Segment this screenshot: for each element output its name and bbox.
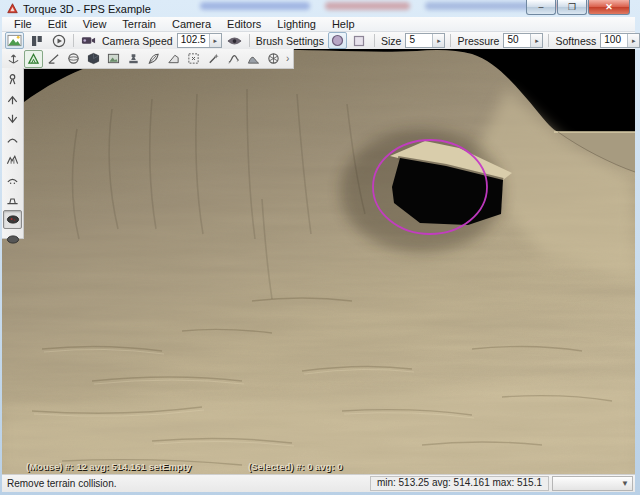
world-editor-button[interactable] [5,32,24,49]
terrain-icon [27,52,40,65]
terrain-editor-button[interactable] [24,50,43,68]
height-stats: min: 513.25 avg: 514.161 max: 515.1 [370,476,549,491]
wheel-tool-button[interactable] [264,50,283,68]
softness-label: Softness [554,35,597,47]
grab-terrain-button[interactable] [3,70,22,89]
object-editor-button[interactable] [4,50,23,68]
menu-editors[interactable]: Editors [219,17,269,31]
set-empty-button[interactable] [3,210,22,229]
lower-height-button[interactable] [3,110,22,129]
particle-editor-button[interactable] [144,50,163,68]
maximize-button[interactable]: ❐ [557,0,587,15]
camera-icon [81,35,96,46]
menu-terrain[interactable]: Terrain [114,17,164,31]
cube-icon [87,52,100,65]
glass-blur-decoration [200,2,310,10]
status-message: Remove terrain collision. [4,478,367,489]
menu-lighting[interactable]: Lighting [269,17,324,31]
eye-icon [227,36,242,46]
river-editor-button[interactable] [224,50,243,68]
brush-circle-button[interactable] [328,32,347,49]
smooth-arc-icon [6,133,19,146]
minimize-button[interactable]: – [526,0,556,15]
pressure-input[interactable]: 50 ▸ [503,33,543,48]
chevron-down-icon: ▼ [621,479,629,488]
circle-brush-icon [331,34,344,47]
smooth-slope-button[interactable] [3,150,22,169]
flatten-button[interactable] [3,190,22,209]
pressure-label: Pressure [456,35,500,47]
paint-noise-button[interactable] [3,170,22,189]
torque-logo-icon [7,3,18,14]
selection-box-icon [187,52,200,65]
viewport-status-overlay: (Mouse) #: 12 avg: 514.161 setEmpty (Sel… [2,461,635,472]
app-window: Torque 3D - FPS Example – ❐ ✕ File Edit … [0,0,640,495]
terrain-painter-button[interactable] [44,50,63,68]
decal-editor-button[interactable] [124,50,143,68]
camera-speed-spinner[interactable]: ▸ [209,34,221,47]
magic-wand-button[interactable] [204,50,223,68]
sphere-icon [67,52,80,65]
menu-help[interactable]: Help [324,17,363,31]
raise-height-icon [6,93,19,106]
terrain-tools-bar [2,68,24,239]
wand-icon [207,52,220,65]
grab-terrain-icon [6,73,19,86]
play-icon [52,34,66,48]
material-editor-button[interactable] [64,50,83,68]
image-icon [107,52,120,65]
square-brush-icon [353,35,365,47]
feather-icon [147,52,160,65]
dune-tool-button[interactable] [244,50,263,68]
stamp-icon [127,52,140,65]
glass-blur-decoration [325,2,410,10]
softness-spinner[interactable]: ▸ [627,34,639,47]
mountain-peaks-icon [6,153,19,166]
ramp-tool-button[interactable] [164,50,183,68]
clear-empty-button[interactable] [3,230,22,249]
main-toolbar: Camera Speed 102.5 ▸ Brush Settings Size [2,32,635,50]
menu-bar: File Edit View Terrain Camera Editors Li… [2,17,635,32]
camera-dropdown-button[interactable] [79,32,98,49]
raise-height-button[interactable] [3,90,22,109]
gui-editor-button[interactable] [27,32,46,49]
window-title: Torque 3D - FPS Example [23,3,151,15]
panels-icon [31,35,43,47]
toolbar-overflow-chevron[interactable]: › [284,53,291,64]
camera-speed-input[interactable]: 102.5 ▸ [177,33,222,48]
editors-toolbar: › [2,49,294,69]
title-bar[interactable]: Torque 3D - FPS Example – ❐ ✕ [0,0,640,17]
menu-edit[interactable]: Edit [40,17,75,31]
menu-file[interactable]: File [6,17,40,31]
play-game-button[interactable] [49,32,68,49]
pressure-spinner[interactable]: ▸ [530,34,542,47]
mouse-status-text: (Mouse) #: 12 avg: 514.161 setEmpty [26,461,191,472]
clear-empty-icon [6,234,20,245]
status-dropdown[interactable]: ▼ [552,476,633,491]
glass-blur-decoration [425,2,535,10]
shape-tool-button[interactable] [84,50,103,68]
menu-camera[interactable]: Camera [164,17,219,31]
size-label: Size [380,35,402,47]
ramp-icon [167,52,180,65]
brush-square-button[interactable] [350,32,369,49]
lower-height-icon [6,113,19,126]
viewport: › [2,49,635,475]
selected-status-text: (Selected) #: 0 avg: 0 [248,461,343,472]
viewport-3d[interactable] [2,49,635,475]
image-tool-button[interactable] [104,50,123,68]
camera-speed-label: Camera Speed [101,35,174,47]
river-curve-icon [227,52,240,65]
visibility-button[interactable] [225,32,244,49]
landscape-icon [7,34,22,47]
menu-view[interactable]: View [75,17,115,31]
size-spinner[interactable]: ▸ [432,34,444,47]
smooth-button[interactable] [3,130,22,149]
axis-gizmo-icon [7,52,20,65]
close-button[interactable]: ✕ [588,0,630,15]
softness-input[interactable]: 100 ▸ [600,33,640,48]
size-input[interactable]: 5 ▸ [405,33,445,48]
brush-settings-label: Brush Settings [255,35,325,47]
flatten-icon [6,193,19,206]
mission-area-button[interactable] [184,50,203,68]
